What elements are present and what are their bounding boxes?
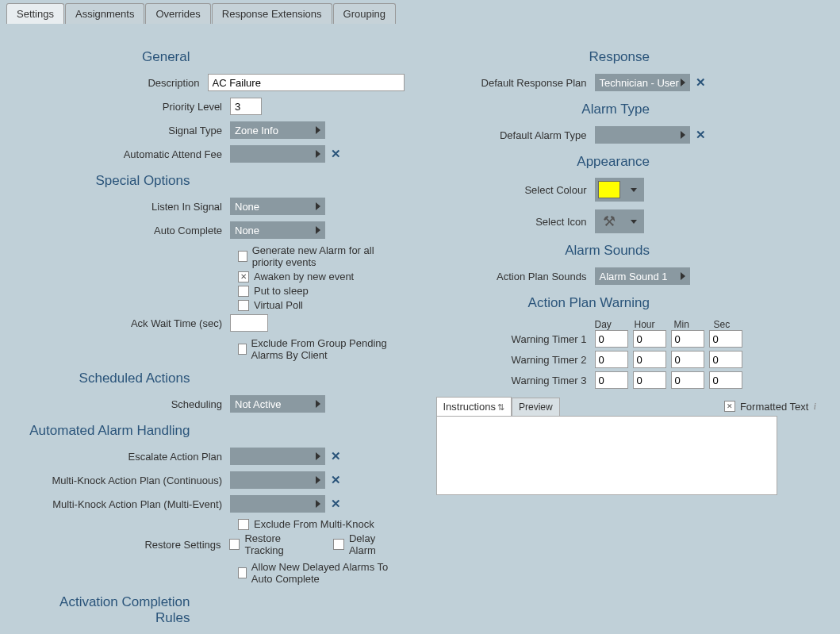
default-type-dropdown[interactable]: .: [595, 126, 690, 144]
mk-multi-clear[interactable]: ✕: [328, 497, 343, 511]
preview-tab[interactable]: Preview: [512, 398, 560, 416]
hdr-day: Day: [595, 319, 630, 330]
default-plan-label: Default Response Plan: [436, 77, 595, 89]
exclude-group-label: Exclude From Group Pending Alarms By Cli…: [251, 337, 405, 361]
sort-icon: ⇅: [497, 402, 504, 412]
mk-cont-clear[interactable]: ✕: [328, 473, 343, 487]
sleep-label: Put to sleep: [254, 285, 309, 297]
timer2-hour[interactable]: [633, 351, 666, 368]
chevron-down-icon: [631, 220, 637, 224]
hdr-sec: Sec: [714, 319, 749, 330]
gen-alarm-checkbox[interactable]: [238, 251, 247, 262]
chevron-right-icon: [681, 272, 685, 280]
icon-label: Select Icon: [436, 216, 595, 228]
mk-cont-label: Multi-Knock Action Plan (Continuous): [24, 475, 230, 486]
action-sounds-dropdown[interactable]: Alarm Sound 1: [595, 267, 690, 285]
restore-label: Restore Settings: [24, 539, 229, 551]
timer3-hour[interactable]: [633, 371, 666, 389]
colour-swatch: [598, 181, 620, 198]
ack-input[interactable]: [230, 314, 268, 332]
gen-alarm-label: Generate new Alarm for all priority even…: [252, 244, 405, 268]
timer3-sec[interactable]: [709, 371, 742, 389]
priority-label: Priority Level: [24, 101, 230, 113]
vpoll-label: Virtual Poll: [254, 299, 303, 311]
auto-complete-label: Auto Complete: [24, 225, 230, 236]
appearance-title: Appearance: [436, 154, 817, 170]
timer2-sec[interactable]: [709, 351, 742, 368]
chevron-right-icon: [316, 226, 320, 234]
timer1-label: Warning Timer 1: [436, 333, 595, 345]
listen-dropdown[interactable]: None: [230, 198, 325, 215]
escalate-label: Escalate Action Plan: [24, 451, 230, 463]
colour-dropdown-button[interactable]: [623, 178, 644, 202]
icon-dropdown-button[interactable]: [623, 209, 644, 233]
icon-preview: ⚒: [595, 209, 623, 233]
default-type-label: Default Alarm Type: [436, 129, 595, 141]
restore-tracking-checkbox[interactable]: [229, 539, 240, 550]
chevron-right-icon: [681, 79, 685, 86]
timer3-day[interactable]: [595, 371, 628, 389]
auto-complete-dropdown[interactable]: None: [230, 221, 325, 239]
tab-assignments[interactable]: Assignments: [65, 3, 144, 24]
default-plan-clear[interactable]: ✕: [693, 75, 708, 90]
exclude-mk-label: Exclude From Multi-Knock: [254, 518, 374, 530]
formatted-checkbox[interactable]: ✕: [724, 401, 735, 412]
chevron-right-icon: [316, 126, 320, 134]
auto-fee-label: Automatic Attend Fee: [24, 148, 230, 160]
timer1-hour[interactable]: [633, 330, 666, 348]
mk-multi-label: Multi-Knock Action Plan (Multi-Event): [24, 498, 230, 510]
hdr-min: Min: [674, 319, 709, 330]
scheduling-dropdown[interactable]: Not Active: [230, 395, 325, 413]
mk-multi-dropdown[interactable]: .: [230, 495, 325, 513]
escalate-clear[interactable]: ✕: [328, 449, 343, 463]
default-plan-dropdown[interactable]: Technician - User: [595, 74, 690, 91]
instructions-tab[interactable]: Instructions⇅: [436, 397, 512, 416]
hdr-hour: Hour: [635, 319, 669, 330]
default-type-clear[interactable]: ✕: [693, 128, 708, 142]
auto-alarm-title: Automated Alarm Handling: [24, 423, 405, 439]
exclude-mk-checkbox[interactable]: [238, 519, 249, 530]
tab-overrides[interactable]: Overrides: [145, 3, 210, 24]
warning-title: Action Plan Warning: [436, 295, 817, 311]
response-title: Response: [436, 49, 817, 65]
ack-label: Ack Wait Time (sec): [24, 317, 230, 329]
awaken-checkbox[interactable]: ✕: [238, 271, 249, 282]
chevron-right-icon: [316, 150, 320, 158]
special-title: Special Options: [24, 173, 405, 189]
signal-type-dropdown[interactable]: Zone Info: [230, 121, 325, 139]
formatted-label: Formatted Text: [740, 401, 808, 413]
exclude-group-checkbox[interactable]: [238, 344, 247, 355]
instructions-textarea[interactable]: [436, 416, 777, 495]
restore-tracking-label: Restore Tracking: [244, 532, 322, 556]
tab-grouping[interactable]: Grouping: [333, 3, 396, 24]
timer1-day[interactable]: [595, 330, 628, 348]
action-sounds-label: Action Plan Sounds: [436, 271, 595, 282]
timer3-min[interactable]: [671, 371, 704, 389]
mk-cont-dropdown[interactable]: .: [230, 471, 325, 489]
auto-fee-clear[interactable]: ✕: [328, 147, 343, 161]
delay-alarm-checkbox[interactable]: [333, 539, 344, 550]
escalate-dropdown[interactable]: .: [230, 448, 325, 465]
alarm-type-title: Alarm Type: [436, 102, 817, 117]
timer2-label: Warning Timer 2: [436, 354, 595, 366]
chevron-right-icon: [316, 400, 320, 408]
colour-label: Select Colour: [436, 184, 595, 196]
timer2-min[interactable]: [671, 351, 704, 368]
tab-settings[interactable]: Settings: [6, 3, 64, 24]
auto-fee-dropdown[interactable]: .: [230, 145, 325, 163]
listen-label: Listen In Signal: [24, 201, 230, 213]
vpoll-checkbox[interactable]: [238, 300, 249, 311]
priority-input[interactable]: [230, 98, 262, 115]
info-icon[interactable]: i: [813, 400, 816, 413]
colour-swatch-box: [595, 178, 623, 202]
tab-response-extensions[interactable]: Response Extensions: [212, 3, 332, 24]
timer1-min[interactable]: [671, 330, 704, 348]
sched-title: Scheduled Actions: [24, 371, 405, 386]
main-tabs: Settings Assignments Overrides Response …: [0, 0, 840, 24]
sleep-checkbox[interactable]: [238, 286, 249, 297]
timer1-sec[interactable]: [709, 330, 742, 348]
timer2-day[interactable]: [595, 351, 628, 368]
allow-delayed-label: Allow New Delayed Alarms To Auto Complet…: [251, 561, 405, 585]
allow-delayed-checkbox[interactable]: [238, 567, 247, 578]
description-input[interactable]: [208, 74, 405, 91]
